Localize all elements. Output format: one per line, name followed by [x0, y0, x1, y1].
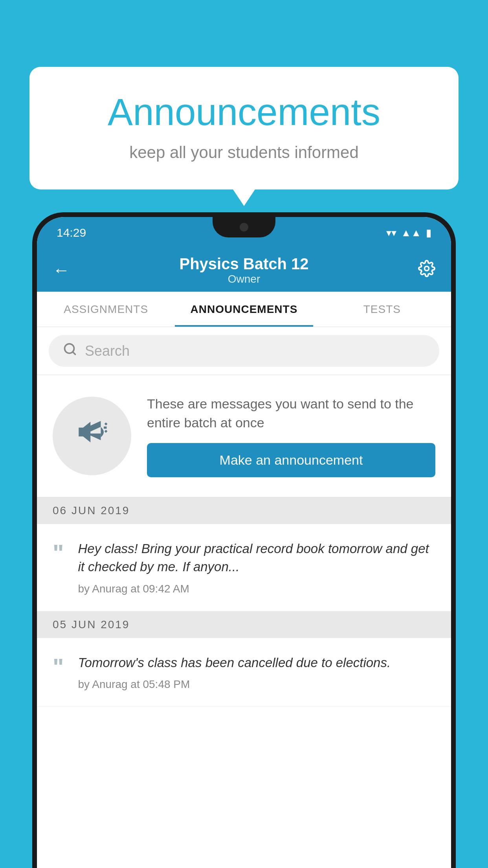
announcement-item-2[interactable]: " Tomorrow's class has been cancelled du…: [37, 638, 451, 707]
search-bar[interactable]: Search: [49, 335, 439, 367]
announcement-text-1: Hey class! Bring your practical record b…: [78, 540, 435, 576]
status-time: 14:29: [57, 226, 86, 239]
phone-frame: 14:29 ▾▾ ▲▲ ▮ ← Physics Batch 12 Owner: [32, 212, 456, 868]
svg-line-4: [105, 423, 107, 425]
front-camera: [240, 223, 248, 232]
announcement-text-2: Tomorrow's class has been cancelled due …: [78, 654, 435, 672]
battery-icon: ▮: [426, 227, 431, 239]
bubble-title: Announcements: [61, 90, 427, 134]
speech-bubble: Announcements keep all your students inf…: [29, 67, 459, 189]
signal-icon: ▲▲: [401, 227, 421, 239]
back-button[interactable]: ←: [53, 260, 70, 280]
search-icon: [63, 342, 77, 360]
tab-bar: ASSIGNMENTS ANNOUNCEMENTS TESTS: [37, 292, 451, 327]
make-announcement-button[interactable]: Make an announcement: [147, 443, 435, 477]
svg-point-0: [425, 266, 429, 270]
tab-tests[interactable]: TESTS: [313, 292, 451, 327]
bubble-subtitle: keep all your students informed: [61, 143, 427, 162]
speech-bubble-section: Announcements keep all your students inf…: [29, 67, 459, 189]
announcement-item-1[interactable]: " Hey class! Bring your practical record…: [37, 524, 451, 611]
date-separator-1: 06 JUN 2019: [37, 497, 451, 524]
search-bar-container: Search: [37, 327, 451, 375]
quote-icon-1: ": [53, 541, 64, 565]
content-area: Search: [37, 327, 451, 707]
svg-line-5: [105, 430, 107, 432]
megaphone-circle: [53, 397, 131, 475]
megaphone-icon: [74, 414, 110, 458]
app-bar-title-group: Physics Batch 12 Owner: [179, 255, 308, 285]
app-bar-title: Physics Batch 12: [179, 255, 308, 273]
quote-icon-2: ": [53, 655, 64, 679]
prompt-right: These are messages you want to send to t…: [147, 395, 435, 477]
search-input[interactable]: Search: [85, 343, 130, 359]
date-separator-2: 05 JUN 2019: [37, 611, 451, 638]
announcement-content-2: Tomorrow's class has been cancelled due …: [78, 654, 435, 691]
app-bar: ← Physics Batch 12 Owner: [37, 248, 451, 292]
announcement-prompt: These are messages you want to send to t…: [37, 375, 451, 497]
tab-assignments[interactable]: ASSIGNMENTS: [37, 292, 175, 327]
tab-announcements[interactable]: ANNOUNCEMENTS: [175, 292, 313, 327]
announcement-meta-1: by Anurag at 09:42 AM: [78, 583, 435, 595]
phone-screen: 14:29 ▾▾ ▲▲ ▮ ← Physics Batch 12 Owner: [37, 217, 451, 868]
notch: [213, 217, 275, 237]
app-bar-subtitle: Owner: [179, 273, 308, 285]
status-icons: ▾▾ ▲▲ ▮: [386, 227, 431, 239]
prompt-description: These are messages you want to send to t…: [147, 395, 435, 432]
status-bar: 14:29 ▾▾ ▲▲ ▮: [37, 217, 451, 248]
svg-line-2: [73, 352, 75, 355]
wifi-icon: ▾▾: [386, 227, 396, 239]
settings-button[interactable]: [418, 260, 435, 281]
announcement-content-1: Hey class! Bring your practical record b…: [78, 540, 435, 595]
announcement-meta-2: by Anurag at 05:48 PM: [78, 678, 435, 691]
